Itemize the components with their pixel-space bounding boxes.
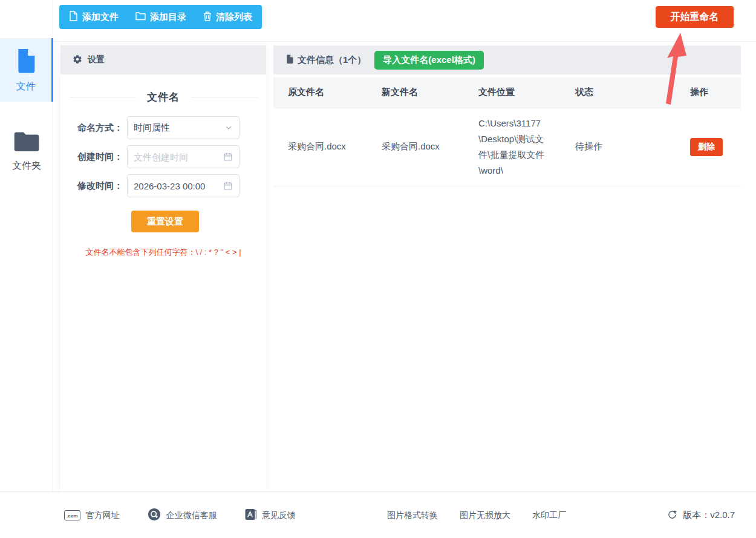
file-info-title-wrap: 文件信息（1个） xyxy=(285,54,366,66)
sidebar-item-file[interactable]: 文件 xyxy=(0,38,53,102)
modified-time-input[interactable] xyxy=(134,181,220,191)
start-rename-button[interactable]: 开始重命名 xyxy=(656,6,734,28)
cell-location: C:\Users\31177\Desktop\测试文件\批量提取文件\word\ xyxy=(464,108,561,186)
file-info-header: 文件信息（1个） 导入文件名(excel格式) xyxy=(273,45,741,74)
settings-form: 命名方式： 时间属性 创建时间： 修改时间： xyxy=(60,116,266,197)
file-table: 原文件名 新文件名 文件位置 状态 操作 采购合同.docx 采购合同.docx… xyxy=(273,77,741,186)
file-info-title: 文件信息（1个） xyxy=(298,54,366,66)
col-location: 文件位置 xyxy=(464,77,561,108)
footer: .com 官方网址 企业微信客服 意见反馈 图片格式转换 图片无损放大 水印工厂 xyxy=(0,491,756,538)
filename-warning-text: 文件名不能包含下列任何字符：\ / : * ? " < > | xyxy=(60,247,266,258)
feedback-link[interactable]: 意见反馈 xyxy=(245,508,296,522)
modified-time-label: 修改时间： xyxy=(60,180,127,192)
filename-section-title: 文件名 xyxy=(69,90,258,104)
cell-new-name: 采购合同.docx xyxy=(367,108,464,186)
footer-tools: 图片格式转换 图片无损放大 水印工厂 xyxy=(387,492,566,538)
chevron-down-icon xyxy=(224,123,233,132)
official-site-link[interactable]: .com 官方网址 xyxy=(64,510,120,521)
refresh-icon[interactable] xyxy=(667,510,677,522)
settings-title: 设置 xyxy=(88,54,105,65)
file-icon xyxy=(69,11,78,23)
version-label: 版本：v2.0.7 xyxy=(683,510,735,521)
settings-panel: 设置 文件名 命名方式： 时间属性 创建时间： xyxy=(60,45,266,491)
sidebar-item-label: 文件 xyxy=(0,80,51,93)
file-info-panel: 文件信息（1个） 导入文件名(excel格式) 原文件名 新文件名 文件位置 状… xyxy=(273,45,741,491)
tool-image-lossless-upscale[interactable]: 图片无损放大 xyxy=(460,510,510,521)
settings-header: 设置 xyxy=(60,45,266,74)
divider-line xyxy=(191,97,258,97)
clear-list-button[interactable]: 清除列表 xyxy=(203,11,252,23)
naming-method-select[interactable]: 时间属性 xyxy=(127,116,240,139)
created-time-input-wrap xyxy=(127,145,240,168)
toolbar: 添加文件 添加目录 清除列表 xyxy=(59,5,262,29)
content-divider xyxy=(53,41,756,42)
sidebar: 文件 文件夹 xyxy=(0,0,53,491)
naming-method-value: 时间属性 xyxy=(134,122,221,134)
gear-icon xyxy=(73,54,82,66)
folder-icon xyxy=(135,11,146,22)
calendar-icon[interactable] xyxy=(223,181,233,191)
version-info: 版本：v2.0.7 xyxy=(667,492,735,538)
file-solid-icon xyxy=(285,54,294,66)
calendar-icon[interactable] xyxy=(223,152,233,162)
table-row: 采购合同.docx 采购合同.docx C:\Users\31177\Deskt… xyxy=(273,108,741,186)
created-time-input[interactable] xyxy=(134,152,220,162)
table-header-row: 原文件名 新文件名 文件位置 状态 操作 xyxy=(273,77,741,108)
trash-icon xyxy=(203,11,212,23)
feedback-icon xyxy=(245,508,256,522)
add-directory-label: 添加目录 xyxy=(150,11,186,23)
naming-method-label: 命名方式： xyxy=(60,122,127,134)
add-directory-button[interactable]: 添加目录 xyxy=(135,11,186,23)
cell-original-name: 采购合同.docx xyxy=(273,108,367,186)
created-time-row: 创建时间： xyxy=(60,145,266,168)
col-original-name: 原文件名 xyxy=(273,77,367,108)
wechat-support-label: 企业微信客服 xyxy=(166,510,217,521)
app-window: 文件 文件夹 添加文件 添加目录 xyxy=(0,0,756,538)
modified-time-input-wrap xyxy=(127,174,240,197)
col-new-name: 新文件名 xyxy=(367,77,464,108)
sidebar-item-folder[interactable]: 文件夹 xyxy=(0,120,53,181)
divider-line xyxy=(69,97,136,97)
reset-settings-button[interactable]: 重置设置 xyxy=(131,211,199,232)
official-site-label: 官方网址 xyxy=(86,510,120,521)
add-file-button[interactable]: 添加文件 xyxy=(69,11,119,23)
import-filenames-button[interactable]: 导入文件名(excel格式) xyxy=(374,51,484,70)
clear-list-label: 清除列表 xyxy=(216,11,252,23)
cell-action: 删除 xyxy=(676,108,741,186)
wechat-support-link[interactable]: 企业微信客服 xyxy=(148,508,217,523)
delete-button[interactable]: 删除 xyxy=(690,138,723,156)
col-action: 操作 xyxy=(676,77,741,108)
cell-status: 待操作 xyxy=(561,108,676,186)
wechat-work-icon xyxy=(148,508,161,523)
modified-time-row: 修改时间： xyxy=(60,174,266,197)
tool-image-format-convert[interactable]: 图片格式转换 xyxy=(387,510,438,521)
created-time-label: 创建时间： xyxy=(60,151,127,163)
footer-links: .com 官方网址 企业微信客服 意见反馈 xyxy=(64,492,296,538)
naming-method-row: 命名方式： 时间属性 xyxy=(60,116,266,139)
tool-watermark-factory[interactable]: 水印工厂 xyxy=(532,510,566,521)
sidebar-item-label: 文件夹 xyxy=(0,160,53,172)
dotcom-icon: .com xyxy=(64,510,80,520)
feedback-label: 意见反馈 xyxy=(262,510,296,521)
col-status: 状态 xyxy=(561,77,676,108)
section-title-text: 文件名 xyxy=(147,90,180,104)
folder-solid-icon xyxy=(13,144,40,154)
add-file-label: 添加文件 xyxy=(82,11,119,23)
file-solid-icon xyxy=(15,65,37,75)
